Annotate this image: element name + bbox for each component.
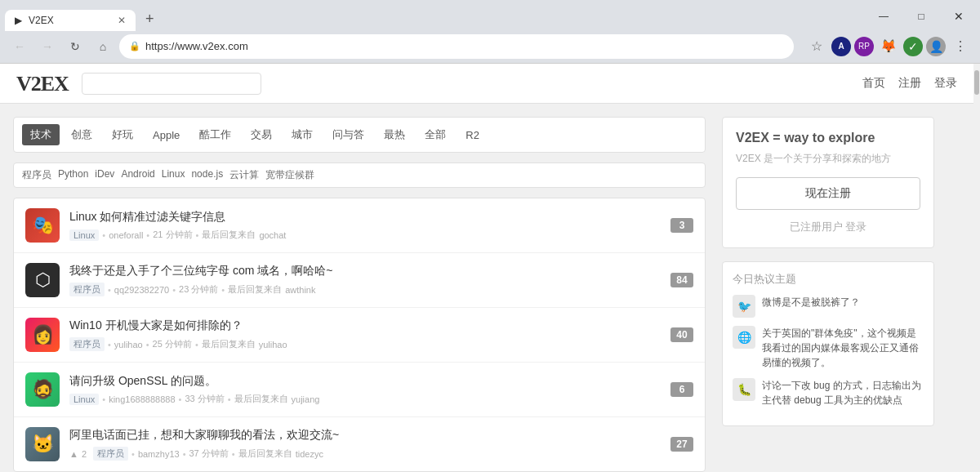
sub-tab-宽带症候群[interactable]: 宽带症候群	[265, 168, 314, 182]
post-last-reply-label: 最后回复来自	[234, 393, 288, 405]
post-tag[interactable]: Linux	[69, 394, 99, 405]
post-author[interactable]: king1688888888	[109, 394, 175, 404]
post-title[interactable]: 阿里电话面已挂，想和大家聊聊我的看法，欢迎交流~	[69, 428, 661, 443]
ext-icon-3[interactable]: 🦊	[877, 35, 900, 58]
nav-home[interactable]: 首页	[862, 76, 885, 91]
post-author[interactable]: qq292382270	[114, 285, 169, 295]
post-meta: 程序员 • yulihao • 25 分钟前 • 最后回复来自 yulihao	[69, 337, 661, 351]
post-tag[interactable]: 程序员	[69, 337, 105, 351]
reply-count: 84	[670, 273, 693, 287]
tab-创意[interactable]: 创意	[63, 124, 100, 145]
tab-交易[interactable]: 交易	[243, 124, 280, 145]
hot-item-text[interactable]: 微博是不是被脱裤了？	[762, 295, 924, 309]
tab-apple[interactable]: Apple	[145, 126, 188, 145]
upvote-icon: ▲	[69, 449, 78, 459]
menu-icon[interactable]: ⋮	[949, 35, 972, 58]
post-title[interactable]: 请问升级 OpenSSL 的问题。	[69, 374, 661, 389]
site-logo[interactable]: V2EX	[16, 70, 69, 96]
post-title[interactable]: Win10 开机慢大家是如何排除的？	[69, 318, 661, 333]
register-button[interactable]: 现在注册	[736, 177, 920, 210]
sub-tab-idev[interactable]: iDev	[95, 168, 114, 182]
list-item: 🐦 微博是不是被脱裤了？	[733, 295, 924, 318]
post-time: 37 分钟前	[189, 448, 229, 460]
tab-最热[interactable]: 最热	[376, 124, 413, 145]
sub-tab-android[interactable]: Android	[121, 168, 154, 182]
content-area: 技术 创意 好玩 Apple 酷工作 交易 城市 问与答 最热 全部 R2 程序…	[13, 117, 706, 472]
post-last-reply-label: 最后回复来自	[238, 448, 292, 460]
tab-好玩[interactable]: 好玩	[104, 124, 141, 145]
sub-tab-nodejs[interactable]: node.js	[191, 168, 223, 182]
post-meta: 程序员 • qq292382270 • 23 分钟前 • 最后回复来自 awth…	[69, 283, 661, 296]
post-last-reply-user[interactable]: gochat	[259, 230, 286, 240]
sidebar: V2EX = way to explore V2EX 是一个关于分享和探索的地方…	[722, 117, 934, 426]
header-nav: 首页 注册 登录	[862, 76, 957, 91]
search-input[interactable]	[82, 73, 261, 95]
post-content: 阿里电话面已挂，想和大家聊聊我的看法，欢迎交流~ ▲ 2 程序员 • bamzh…	[69, 428, 661, 461]
avatar: 🐱	[25, 427, 60, 461]
ext-icon-2[interactable]: RP	[854, 37, 874, 56]
bookmark-star-icon[interactable]: ☆	[805, 35, 828, 58]
reload-button[interactable]: ↻	[64, 35, 87, 58]
list-item: 🐛 讨论一下改 bug 的方式，日志输出为主代替 debug 工具为主的优缺点	[733, 378, 924, 407]
tab-酷工作[interactable]: 酷工作	[191, 124, 239, 145]
sub-tab-云计算[interactable]: 云计算	[229, 168, 259, 182]
lock-icon: 🔒	[129, 41, 140, 51]
post-title[interactable]: Linux 如何精准过滤关键字信息	[69, 210, 661, 225]
nav-login[interactable]: 登录	[934, 76, 957, 91]
close-button[interactable]: ✕	[941, 4, 977, 29]
post-content: 我终于还是入手了个三位纯字母 com 域名，啊哈哈~ 程序员 • qq29238…	[69, 264, 661, 296]
post-tag[interactable]: Linux	[69, 229, 99, 241]
primary-nav-tabs: 技术 创意 好玩 Apple 酷工作 交易 城市 问与答 最热 全部 R2	[13, 117, 706, 153]
ext-icon-4[interactable]: ✓	[903, 37, 923, 56]
post-last-reply-user[interactable]: yulihao	[259, 340, 287, 350]
url-bar[interactable]: 🔒 https://www.v2ex.com	[119, 34, 794, 59]
minimize-button[interactable]: —	[866, 4, 902, 29]
sub-tab-linux[interactable]: Linux	[162, 168, 185, 182]
tab-r2[interactable]: R2	[457, 126, 488, 145]
login-prompt: 已注册用户 登录	[736, 220, 920, 234]
post-last-reply-user[interactable]: yujiang	[292, 394, 320, 404]
forward-button[interactable]: →	[36, 35, 59, 58]
table-row: 🐱 阿里电话面已挂，想和大家聊聊我的看法，欢迎交流~ ▲ 2 程序员 • bam…	[14, 417, 705, 471]
hot-avatar: 🐦	[733, 295, 755, 318]
tab-close-icon[interactable]: ✕	[118, 15, 126, 26]
post-author[interactable]: yulihao	[114, 340, 143, 350]
post-last-reply-user[interactable]: awthink	[285, 285, 315, 295]
tab-问与答[interactable]: 问与答	[324, 124, 372, 145]
browser-tab[interactable]: ▶ V2EX ✕	[5, 10, 136, 31]
avatar: ⬡	[25, 263, 60, 297]
post-tag[interactable]: 程序员	[93, 447, 128, 461]
tab-技术[interactable]: 技术	[22, 124, 60, 145]
sub-tab-程序员[interactable]: 程序员	[22, 168, 51, 182]
sub-tab-python[interactable]: Python	[58, 168, 88, 182]
maximize-button[interactable]: □	[903, 4, 939, 29]
sidebar-description: V2EX 是一个关于分享和探索的地方	[736, 152, 920, 166]
secondary-nav-tabs: 程序员 Python iDev Android Linux node.js 云计…	[13, 163, 706, 188]
vote-count: 2	[82, 449, 87, 459]
profile-icon[interactable]: 👤	[926, 37, 946, 56]
site-header: V2EX 首页 注册 登录	[0, 64, 973, 104]
post-time: 23 分钟前	[179, 283, 218, 296]
post-meta: Linux • oneforall • 21 分钟前 • 最后回复来自 goch…	[69, 229, 661, 241]
ext-icon-1[interactable]: A	[831, 37, 851, 56]
hot-topics-section: 今日热议主题 🐦 微博是不是被脱裤了？ 🌐 关于英国的"群体免疫"，这个视频是我…	[722, 261, 934, 426]
hot-item-text[interactable]: 讨论一下改 bug 的方式，日志输出为主代替 debug 工具为主的优缺点	[762, 378, 924, 407]
post-author[interactable]: oneforall	[109, 230, 143, 240]
post-time: 21 分钟前	[153, 229, 192, 241]
post-last-reply-user[interactable]: tidezyc	[296, 449, 323, 459]
list-item: 🌐 关于英国的"群体免疫"，这个视频是我看过的国内媒体最客观公正又通俗易懂的视频…	[733, 326, 924, 370]
back-button[interactable]: ←	[8, 35, 31, 58]
hot-item-text[interactable]: 关于英国的"群体免疫"，这个视频是我看过的国内媒体最客观公正又通俗易懂的视频了。	[762, 326, 924, 370]
tab-城市[interactable]: 城市	[283, 124, 321, 145]
reply-count: 40	[670, 327, 693, 342]
nav-register[interactable]: 注册	[898, 76, 921, 91]
url-text: https://www.v2ex.com	[145, 40, 248, 52]
new-tab-button[interactable]: +	[136, 7, 164, 31]
post-title[interactable]: 我终于还是入手了个三位纯字母 com 域名，啊哈哈~	[69, 264, 661, 278]
post-tag[interactable]: 程序员	[69, 283, 105, 296]
tab-全部[interactable]: 全部	[416, 124, 454, 145]
post-author[interactable]: bamzhy13	[138, 449, 180, 459]
home-button[interactable]: ⌂	[91, 35, 114, 58]
post-meta: Linux • king1688888888 • 33 分钟前 • 最后回复来自…	[69, 393, 661, 405]
post-last-reply-label: 最后回复来自	[228, 283, 282, 296]
